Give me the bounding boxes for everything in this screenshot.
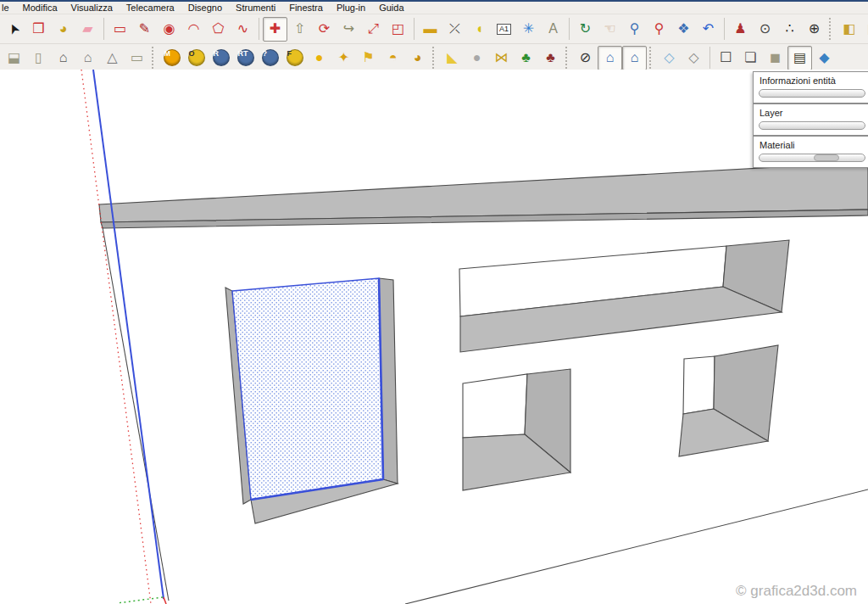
gold-box-button[interactable]: ◧ bbox=[837, 17, 861, 42]
axes-tool-button[interactable]: ✳ bbox=[516, 17, 541, 42]
green-axis-dotted bbox=[117, 597, 163, 603]
walk-tool-button[interactable]: ∴ bbox=[777, 17, 802, 42]
panel-materials[interactable]: Materiali bbox=[753, 136, 868, 168]
iso-view-button[interactable]: ⬓ bbox=[2, 46, 26, 70]
menu-guida[interactable]: Guida bbox=[372, 3, 410, 13]
panel-entity-info-bar[interactable] bbox=[759, 89, 865, 98]
text-tool-button[interactable]: A1 bbox=[492, 17, 516, 42]
polygon-tool-button[interactable]: ⬠ bbox=[206, 17, 231, 42]
dimension-tool-button[interactable]: ⤫ bbox=[442, 17, 467, 42]
panel-materials-bar[interactable] bbox=[759, 154, 865, 162]
section-plane-display-button[interactable]: ⊘ bbox=[573, 46, 598, 70]
rectangle-tool-button[interactable]: ▭ bbox=[108, 17, 132, 42]
menu-telecamera[interactable]: Telecamera bbox=[120, 3, 181, 13]
shaded-sphere-plugin-button[interactable]: ◕ bbox=[405, 46, 430, 70]
shaded-textures-style-button[interactable]: ▤ bbox=[787, 46, 812, 70]
menu-file[interactable]: le bbox=[0, 3, 16, 13]
xray-style-icon: ◇ bbox=[664, 51, 674, 64]
position-camera-tool-button[interactable]: ♟ bbox=[728, 17, 753, 42]
threed-text-tool-button[interactable]: A bbox=[541, 17, 565, 42]
m-plugin-button[interactable]: M bbox=[159, 46, 184, 70]
crossed-planes-plugin-button[interactable]: ⋈ bbox=[489, 46, 514, 70]
select-tool-button[interactable]: ➤ bbox=[2, 17, 26, 42]
make-component-button[interactable]: ❒ bbox=[26, 17, 51, 42]
tape-measure-tool-button[interactable]: ▬ bbox=[418, 17, 442, 42]
help-plugin-button[interactable]: ? bbox=[258, 46, 282, 70]
arc-tool-button[interactable]: ◠ bbox=[181, 17, 206, 42]
panel-layer[interactable]: Layer bbox=[753, 103, 868, 136]
plane-ball-plugin-button[interactable]: ✦ bbox=[331, 46, 356, 70]
follow-me-tool-button[interactable]: ↪ bbox=[337, 17, 361, 42]
menu-disegno[interactable]: Disegno bbox=[181, 3, 229, 13]
top-view-button[interactable]: ▭ bbox=[125, 46, 149, 70]
r-plugin-button[interactable]: R bbox=[209, 46, 233, 70]
move-tool-button[interactable]: ✚ bbox=[263, 17, 287, 42]
pan-tool-button[interactable]: ☜ bbox=[598, 17, 622, 42]
watermark: © grafica2d3d.com bbox=[736, 583, 857, 600]
back-view-button[interactable]: ⌂ bbox=[75, 46, 100, 70]
front-view-icon: ⌂ bbox=[59, 51, 68, 64]
monochrome-style-button[interactable]: ◆ bbox=[812, 46, 837, 70]
square-right-back-face[interactable] bbox=[683, 356, 715, 414]
freehand-tool-button[interactable]: ∿ bbox=[231, 17, 255, 42]
panel-entity-info[interactable]: Informazioni entità bbox=[753, 71, 868, 103]
square-left-back-face[interactable] bbox=[463, 374, 527, 438]
circle-tool-button[interactable]: ◉ bbox=[157, 17, 181, 42]
section-fill-button[interactable]: ⌂ bbox=[622, 46, 647, 70]
line-tool-button[interactable]: ✎ bbox=[132, 17, 157, 42]
rt-plugin-button[interactable]: RT bbox=[233, 46, 258, 70]
previous-view-tool-button[interactable]: ↶ bbox=[696, 17, 721, 42]
gray-box-button[interactable]: ◨ bbox=[861, 17, 868, 42]
orbit-tool-button[interactable]: ↻ bbox=[573, 17, 598, 42]
flag-plugin-button[interactable]: ⚑ bbox=[356, 46, 381, 70]
offset-tool-button[interactable]: ◰ bbox=[386, 17, 410, 42]
rotate-tool-button[interactable]: ⟳ bbox=[312, 17, 337, 42]
panel-materials-bar-thumb[interactable] bbox=[814, 154, 839, 161]
eraser-tool-button[interactable]: ▰ bbox=[75, 17, 100, 42]
section-cuts-button[interactable]: ⌂ bbox=[598, 46, 622, 70]
scale-tool-button[interactable]: ⤢ bbox=[361, 17, 386, 42]
panel-layer-title: Layer bbox=[760, 108, 865, 118]
gray-sphere-plugin-button[interactable]: ● bbox=[465, 46, 489, 70]
menu-strumenti[interactable]: Strumenti bbox=[229, 3, 282, 13]
push-pull-tool-button[interactable]: ⇧ bbox=[287, 17, 312, 42]
menu-finestra[interactable]: Finestra bbox=[282, 3, 330, 13]
wall-corner-edge[interactable] bbox=[103, 227, 169, 601]
toolbar-separator bbox=[432, 47, 436, 69]
zoom-window-tool-icon: ⚲ bbox=[654, 22, 665, 36]
trees-import-green-button[interactable]: ♣ bbox=[514, 46, 538, 70]
zoom-tool-button[interactable]: ⚲ bbox=[622, 17, 647, 42]
zoom-window-tool-button[interactable]: ⚲ bbox=[647, 17, 671, 42]
freehand-tool-icon: ∿ bbox=[237, 22, 248, 36]
lamp-plugin-button[interactable]: ◣ bbox=[440, 46, 465, 70]
menu-visualizza[interactable]: Visualizza bbox=[64, 3, 120, 13]
menu-modifica[interactable]: Modifica bbox=[16, 3, 64, 13]
orbit-tool-icon: ↻ bbox=[580, 22, 591, 36]
f-tag-plugin-button[interactable]: F bbox=[282, 46, 307, 70]
outline-view-button[interactable]: △ bbox=[100, 46, 125, 70]
panel-layer-bar[interactable] bbox=[759, 121, 865, 130]
side-view-button[interactable]: ▯ bbox=[26, 46, 51, 70]
o-tag-plugin-button[interactable]: O bbox=[184, 46, 209, 70]
paint-bucket-button[interactable]: ◕ bbox=[51, 17, 75, 42]
selected-corner-edge[interactable] bbox=[93, 70, 164, 599]
menu-plugin[interactable]: Plug-in bbox=[330, 3, 372, 13]
look-around-tool-button[interactable]: ⊙ bbox=[753, 17, 777, 42]
wireframe-style-button[interactable]: ☐ bbox=[714, 46, 738, 70]
trees-import-red-button[interactable]: ♣ bbox=[538, 46, 563, 70]
section-plane-tool-button[interactable]: ⊕ bbox=[802, 17, 826, 42]
drawing-canvas[interactable]: © grafica2d3d.com bbox=[0, 70, 868, 604]
toolbar-separator bbox=[259, 18, 259, 40]
xray-style-button[interactable]: ◇ bbox=[657, 46, 682, 70]
sphere-plugin-button[interactable]: ● bbox=[307, 46, 331, 70]
shaded-style-button[interactable]: ◼ bbox=[763, 46, 787, 70]
hidden-line-style-button[interactable]: ❏ bbox=[738, 46, 763, 70]
arc-tool-icon: ◠ bbox=[188, 22, 200, 36]
zoom-extents-tool-button[interactable]: ❖ bbox=[671, 17, 696, 42]
dome-plugin-button[interactable]: ◓ bbox=[381, 46, 405, 70]
paint-bucket-icon: ◕ bbox=[59, 22, 68, 36]
protractor-tool-button[interactable]: ◖ bbox=[467, 17, 492, 42]
selected-face[interactable] bbox=[232, 278, 383, 500]
front-view-button[interactable]: ⌂ bbox=[51, 46, 75, 70]
back-edges-style-button[interactable]: ◇ bbox=[682, 46, 706, 70]
